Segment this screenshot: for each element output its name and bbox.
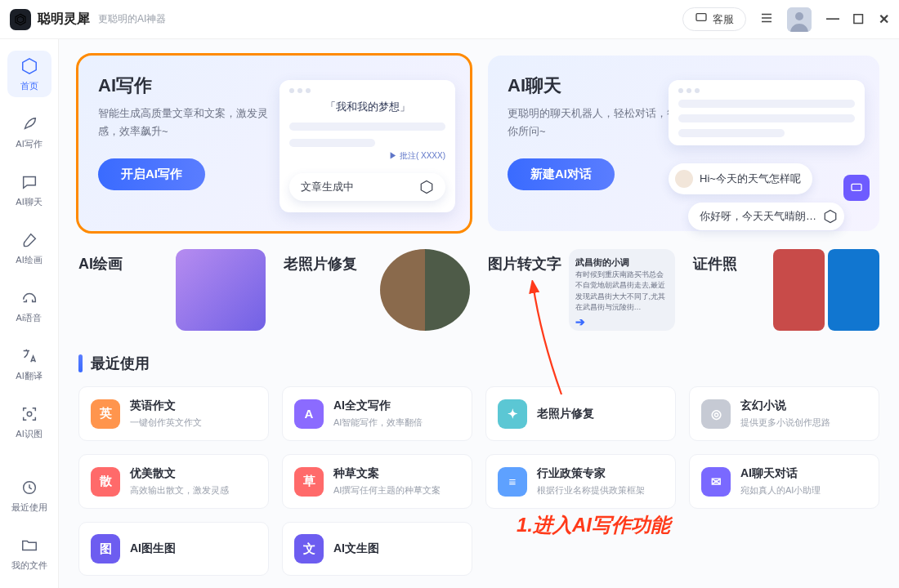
tile-subtitle: 高效输出散文，激发灵感	[130, 484, 229, 497]
hamburger-icon	[759, 11, 774, 29]
sidebar-item-chat[interactable]: AI聊天	[7, 167, 51, 213]
start-writing-button[interactable]: 开启AI写作	[98, 158, 205, 190]
tile-icon: 散	[91, 467, 120, 497]
tile-title: AI文生图	[333, 541, 379, 556]
hero-chat-subtitle: 更聪明的聊天机器人，轻松对话，答你所问~	[508, 105, 679, 140]
tile-title: AI聊天对话	[740, 466, 821, 481]
recent-tile[interactable]: ✦老照片修复	[485, 386, 676, 441]
chat-bubble-icon	[695, 11, 708, 27]
sidebar-item-label: 最近使用	[11, 501, 47, 514]
recent-tile[interactable]: 草种草文案AI撰写任何主题的种草文案	[282, 454, 472, 509]
close-button[interactable]: ✕	[879, 11, 889, 27]
sidebar-item-paint[interactable]: AI绘画	[7, 225, 51, 271]
svg-point-2	[795, 12, 803, 20]
menu-button[interactable]	[754, 7, 779, 32]
id-thumbnail	[773, 249, 879, 331]
tile-subtitle: 宛如真人的AI小助理	[740, 484, 821, 497]
recent-tile[interactable]: 文AI文生图	[282, 522, 472, 576]
hero-card-chat[interactable]: AI聊天 更聪明的聊天机器人，轻松对话，答你所问~ 新建AI对话 Hi~今天的天…	[488, 56, 879, 231]
tile-title: 种草文案	[333, 466, 441, 481]
chat-icon	[19, 172, 40, 193]
chat-bubble-outgoing: 你好呀，今天天气晴朗…	[688, 203, 844, 230]
brush-icon	[19, 229, 40, 251]
chat-bubble-incoming: Hi~今天的天气怎样呢	[669, 163, 812, 194]
recent-heading: 最近使用	[78, 354, 879, 373]
sidebar-item-label: AI翻译	[16, 370, 42, 382]
new-chat-button[interactable]: 新建AI对话	[508, 158, 615, 190]
chat-fab-icon	[843, 175, 870, 201]
recent-tile[interactable]: 散优美散文高效输出散文，激发灵感	[78, 454, 269, 509]
sidebar-item-voice[interactable]: Ai语音	[7, 283, 51, 329]
tile-icon: A	[294, 399, 324, 429]
app-logo	[10, 9, 31, 30]
sidebar-item-label: AI聊天	[16, 196, 42, 208]
sidebar-item-files[interactable]: 我的文件	[7, 530, 51, 577]
sidebar-item-translate[interactable]: AI翻译	[7, 341, 51, 387]
svg-point-3	[27, 412, 32, 416]
recent-tile[interactable]: ✉AI聊天对话宛如真人的AI小助理	[689, 454, 879, 509]
avatar-icon	[675, 170, 693, 188]
support-label: 客服	[713, 12, 734, 27]
tile-title: AI全文写作	[333, 399, 423, 413]
hero-card-writing[interactable]: AI写作 智能生成高质量文章和文案，激发灵感，效率飙升~ 开启AI写作 AI 「…	[78, 56, 470, 231]
sidebar-item-label: Ai语音	[16, 312, 42, 324]
tile-icon: 图	[91, 534, 120, 564]
sidebar-item-label: AI写作	[16, 138, 42, 150]
paint-thumbnail	[176, 249, 266, 331]
recent-grid: 英英语作文一键创作英文作文AAI全文写作AI智能写作，效率翻倍✦老照片修复◎玄幻…	[78, 386, 879, 576]
recent-tile[interactable]: ≡行业政策专家根据行业名称提供政策框架	[485, 454, 676, 509]
user-avatar[interactable]	[787, 7, 812, 32]
sidebar-item-recent[interactable]: 最近使用	[7, 472, 51, 519]
feature-title: 证件照	[693, 254, 737, 274]
sidebar-item-writing[interactable]: AI写作	[7, 109, 51, 155]
title-bar: 聪明灵犀 更聪明的AI神器 客服 — ☐ ✕	[0, 0, 899, 39]
tile-title: 老照片修复	[537, 407, 594, 421]
sidebar-item-label: 我的文件	[11, 559, 47, 572]
recent-tile[interactable]: 英英语作文一键创作英文作文	[78, 386, 269, 441]
writing-mock-window: 「我和我的梦想」 批注( XXXX) 文章生成中	[280, 80, 455, 212]
recent-heading-text: 最近使用	[91, 354, 150, 373]
app-name: 聪明灵犀	[38, 11, 90, 28]
maximize-button[interactable]: ☐	[852, 11, 864, 27]
tile-icon: 英	[91, 399, 120, 429]
mock-annotation: 批注( XXXX)	[289, 150, 445, 162]
support-button[interactable]: 客服	[682, 7, 746, 31]
hero-writing-subtitle: 智能生成高质量文章和文案，激发灵感，效率飙升~	[98, 105, 270, 140]
feather-icon	[19, 114, 40, 135]
tile-title: 英语作文	[130, 399, 202, 413]
tile-subtitle: AI撰写任何主题的种草文案	[333, 484, 441, 497]
sidebar: 首页 AI写作 AI聊天 AI绘画 Ai语音 AI翻译 AI识图 最	[0, 39, 59, 588]
minimize-button[interactable]: —	[826, 11, 838, 27]
recent-tile[interactable]: 图AI图生图	[78, 522, 269, 576]
accent-bar-icon	[78, 354, 83, 372]
feature-card-paint[interactable]: AI绘画	[78, 249, 266, 331]
history-icon	[19, 477, 40, 498]
tile-icon: ✉	[701, 467, 731, 497]
feature-title: 老照片修复	[284, 254, 357, 274]
feature-card-id-photo[interactable]: 证件照	[693, 249, 880, 331]
app-tagline: 更聪明的AI神器	[98, 12, 166, 26]
recent-tile[interactable]: AAI全文写作AI智能写作，效率翻倍	[282, 386, 472, 441]
mock-status-pill: 文章生成中	[289, 173, 445, 201]
tile-subtitle: 根据行业名称提供政策框架	[537, 484, 645, 497]
tile-title: 玄幻小说	[740, 399, 830, 413]
tile-icon: 草	[294, 467, 324, 497]
tile-icon: 文	[294, 534, 324, 564]
photo-thumbnail	[380, 249, 470, 331]
tile-icon: ≡	[498, 467, 527, 497]
tile-icon: ✦	[498, 399, 527, 429]
tile-subtitle: AI智能写作，效率翻倍	[333, 416, 423, 429]
feature-card-photo-restore[interactable]: 老照片修复	[284, 249, 471, 331]
folder-icon	[19, 535, 40, 556]
window-controls: — ☐ ✕	[826, 11, 889, 27]
sidebar-item-vision[interactable]: AI识图	[7, 399, 51, 445]
recent-tile[interactable]: ◎玄幻小说提供更多小说创作思路	[689, 386, 879, 441]
feature-card-ocr[interactable]: 图片转文字 武昌街的小调 有时候到重庆南路买书总会不自觉地朝武昌街走去,最近发现…	[488, 249, 675, 331]
translate-icon	[19, 345, 40, 367]
sidebar-item-home[interactable]: 首页	[7, 51, 51, 97]
scan-icon	[19, 403, 40, 425]
arrow-right-icon: ➔	[575, 314, 669, 331]
tile-title: 行业政策专家	[537, 466, 645, 481]
doc-thumbnail: 武昌街的小调 有时候到重庆南路买书总会不自觉地朝武昌街走去,最近发现武昌街大大不…	[569, 249, 675, 331]
tile-subtitle: 提供更多小说创作思路	[740, 416, 830, 429]
